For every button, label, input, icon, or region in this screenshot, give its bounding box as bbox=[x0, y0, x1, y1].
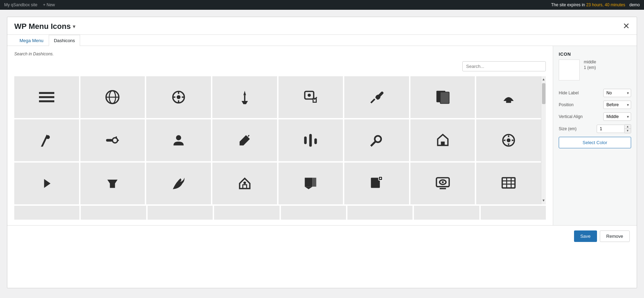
icon-cell-partial[interactable] bbox=[481, 206, 546, 220]
icon-cell-partial[interactable] bbox=[81, 206, 146, 220]
icon-cell[interactable] bbox=[476, 163, 541, 204]
icon-glyph bbox=[105, 133, 120, 148]
spinner-down[interactable]: ▼ bbox=[625, 129, 631, 133]
svg-point-36 bbox=[243, 182, 246, 184]
user-label[interactable]: demo bbox=[629, 2, 640, 7]
icon-cell[interactable] bbox=[410, 163, 475, 204]
icon-cell[interactable] bbox=[278, 76, 343, 118]
svg-rect-28 bbox=[314, 139, 317, 144]
vertical-align-select[interactable]: Middle Top Bottom bbox=[603, 112, 631, 121]
tabs-row: Mega Menu Dashicons bbox=[7, 35, 637, 46]
size-spinners: ▲ ▼ bbox=[625, 124, 631, 133]
size-row: Size (em) ▲ ▼ bbox=[559, 124, 631, 133]
svg-line-30 bbox=[371, 142, 375, 146]
icon-cell-partial[interactable] bbox=[214, 206, 279, 220]
search-hint: Search in Dashicons. bbox=[14, 52, 546, 56]
icon-cell[interactable] bbox=[410, 119, 475, 161]
admin-bar-right: The site expires in 23 hours, 40 minutes… bbox=[551, 2, 640, 7]
icon-cell[interactable] bbox=[146, 119, 211, 161]
icon-cell[interactable] bbox=[14, 119, 79, 161]
icon-cell[interactable] bbox=[476, 76, 541, 118]
new-link[interactable]: + New bbox=[43, 2, 55, 7]
icon-glyph bbox=[435, 133, 450, 148]
icon-cell-partial[interactable] bbox=[414, 206, 479, 220]
svg-rect-2 bbox=[39, 100, 54, 102]
icon-cell[interactable] bbox=[278, 119, 343, 161]
scrollbar-thumb[interactable] bbox=[542, 83, 545, 104]
vertical-align-row: Vertical Align Middle Top Bottom bbox=[559, 112, 631, 121]
modal-window: WP Menu Icons ▾ ✕ Mega Menu Dashicons Se… bbox=[7, 17, 637, 288]
position-label: Position bbox=[559, 102, 574, 107]
icon-glyph bbox=[369, 133, 384, 148]
search-input[interactable] bbox=[462, 61, 546, 71]
icon-glyph bbox=[171, 133, 186, 148]
modal-body: Search in Dashicons. ▲ ▼ bbox=[7, 46, 637, 225]
icon-grid-partial bbox=[14, 206, 546, 220]
icon-cell[interactable] bbox=[344, 119, 409, 161]
hide-label-select-wrapper: No Yes bbox=[603, 89, 631, 97]
icon-glyph bbox=[303, 176, 318, 191]
icon-cell[interactable] bbox=[344, 163, 409, 204]
icon-glyph bbox=[39, 89, 54, 105]
icon-cell[interactable] bbox=[80, 76, 145, 118]
section-label-icon: ICON bbox=[559, 52, 631, 57]
icon-cell[interactable] bbox=[212, 119, 277, 161]
icon-cell[interactable] bbox=[344, 76, 409, 118]
icon-cell[interactable] bbox=[80, 163, 145, 204]
icon-glyph bbox=[105, 176, 120, 191]
icon-cell[interactable] bbox=[14, 163, 79, 204]
svg-rect-17 bbox=[440, 92, 449, 103]
position-select[interactable]: Before After bbox=[603, 101, 631, 109]
svg-rect-27 bbox=[309, 134, 312, 147]
icon-cell[interactable] bbox=[410, 76, 475, 118]
svg-rect-31 bbox=[441, 142, 445, 146]
icon-position-label: middle bbox=[584, 60, 596, 64]
vertical-align-label: Vertical Align bbox=[559, 114, 583, 119]
size-input[interactable] bbox=[597, 125, 625, 133]
icon-cell[interactable] bbox=[476, 119, 541, 161]
icon-grid-wrapper: ▲ ▼ bbox=[14, 76, 546, 204]
icon-cell[interactable] bbox=[80, 119, 145, 161]
icon-cell-partial[interactable] bbox=[281, 206, 346, 220]
icon-cell-partial[interactable] bbox=[14, 206, 79, 220]
icon-cell[interactable] bbox=[146, 76, 211, 118]
icon-cell-partial[interactable] bbox=[148, 206, 213, 220]
icon-glyph bbox=[303, 133, 318, 148]
icon-info-row: middle 1 (em) bbox=[584, 60, 596, 70]
expire-notice: The site expires in 23 hours, 40 minutes bbox=[551, 2, 625, 7]
modal-title: WP Menu Icons ▾ bbox=[14, 22, 75, 34]
icon-glyph bbox=[237, 133, 252, 148]
icon-glyph bbox=[237, 89, 252, 105]
icon-cell-partial[interactable] bbox=[347, 206, 413, 220]
tab-dashicons[interactable]: Dashicons bbox=[49, 35, 80, 46]
svg-rect-18 bbox=[506, 101, 511, 103]
close-button[interactable]: ✕ bbox=[621, 22, 631, 30]
icon-glyph bbox=[237, 176, 252, 191]
svg-rect-47 bbox=[502, 178, 515, 188]
spinner-up[interactable]: ▲ bbox=[625, 125, 631, 129]
position-select-wrapper: Before After bbox=[603, 101, 631, 109]
select-color-button[interactable]: Select Color bbox=[559, 137, 631, 148]
scroll-down-arrow[interactable]: ▼ bbox=[541, 197, 546, 203]
tab-mega-menu[interactable]: Mega Menu bbox=[14, 35, 49, 46]
position-row: Position Before After bbox=[559, 101, 631, 109]
scroll-up-arrow[interactable]: ▲ bbox=[541, 76, 546, 82]
remove-button[interactable]: Remove bbox=[600, 230, 630, 242]
icon-cell[interactable] bbox=[278, 163, 343, 204]
icon-glyph bbox=[501, 133, 516, 148]
hide-label-select[interactable]: No Yes bbox=[603, 89, 631, 97]
svg-point-14 bbox=[308, 94, 311, 97]
svg-rect-0 bbox=[39, 92, 54, 94]
size-input-wrapper: ▲ ▼ bbox=[597, 124, 631, 133]
site-name[interactable]: My qSandbox site bbox=[4, 2, 37, 7]
icon-cell[interactable] bbox=[212, 163, 277, 204]
icon-glyph bbox=[501, 176, 516, 191]
icon-glyph bbox=[369, 176, 384, 191]
icon-cell[interactable] bbox=[14, 76, 79, 118]
save-button[interactable]: Save bbox=[574, 230, 597, 242]
icon-cell[interactable] bbox=[212, 76, 277, 118]
scrollbar-track[interactable]: ▲ ▼ bbox=[541, 76, 546, 204]
icon-glyph bbox=[39, 176, 54, 191]
svg-line-25 bbox=[248, 135, 249, 136]
icon-cell[interactable] bbox=[146, 163, 211, 204]
